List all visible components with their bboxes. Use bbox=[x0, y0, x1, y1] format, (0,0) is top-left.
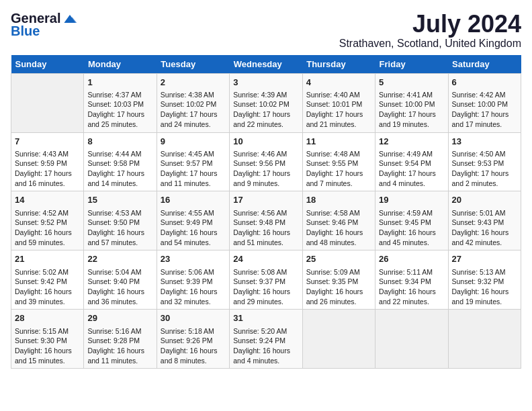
day-content-line: Sunrise: 5:20 AM bbox=[233, 326, 298, 336]
calendar-cell: 13Sunrise: 4:50 AMSunset: 9:53 PMDayligh… bbox=[448, 132, 521, 191]
day-content-line: Daylight: 17 hours bbox=[161, 109, 226, 120]
day-content-line: Sunset: 9:48 PM bbox=[233, 218, 298, 228]
day-content-line: Daylight: 16 hours bbox=[15, 228, 80, 238]
calendar-cell: 10Sunrise: 4:46 AMSunset: 9:56 PMDayligh… bbox=[230, 132, 302, 191]
calendar-cell: 26Sunrise: 5:11 AMSunset: 9:34 PMDayligh… bbox=[375, 250, 448, 310]
day-number: 27 bbox=[452, 253, 517, 265]
calendar-cell: 14Sunrise: 4:52 AMSunset: 9:52 PMDayligh… bbox=[11, 191, 84, 250]
day-content-line: Daylight: 17 hours bbox=[306, 109, 371, 120]
day-content-line: Daylight: 16 hours bbox=[452, 287, 517, 297]
day-content-line: Sunset: 9:37 PM bbox=[233, 277, 298, 287]
day-content-line: Daylight: 16 hours bbox=[161, 287, 226, 297]
title-area: July 2024 Strathaven, Scotland, United K… bbox=[339, 11, 521, 50]
day-content-line: and 17 minutes. bbox=[452, 120, 517, 130]
calendar-cell: 11Sunrise: 4:48 AMSunset: 9:55 PMDayligh… bbox=[302, 132, 375, 191]
day-content-line: Daylight: 16 hours bbox=[452, 228, 517, 238]
day-number: 17 bbox=[233, 194, 298, 206]
day-content-line: Daylight: 17 hours bbox=[15, 169, 80, 179]
calendar-table: SundayMondayTuesdayWednesdayThursdayFrid… bbox=[11, 55, 521, 369]
day-number: 31 bbox=[233, 312, 298, 324]
calendar-cell: 17Sunrise: 4:56 AMSunset: 9:48 PMDayligh… bbox=[230, 191, 302, 250]
calendar-cell bbox=[448, 310, 521, 369]
day-number: 15 bbox=[87, 194, 152, 206]
day-number: 14 bbox=[15, 194, 80, 206]
day-content-line: and 21 minutes. bbox=[306, 120, 371, 130]
day-content-line: Daylight: 17 hours bbox=[233, 169, 298, 179]
day-content-line: Daylight: 17 hours bbox=[233, 109, 298, 120]
day-content-line: Sunset: 9:54 PM bbox=[379, 158, 444, 169]
day-number: 3 bbox=[233, 77, 298, 89]
day-content-line: and 48 minutes. bbox=[306, 238, 371, 248]
day-content-line: and 29 minutes. bbox=[233, 297, 298, 307]
calendar-cell: 22Sunrise: 5:04 AMSunset: 9:40 PMDayligh… bbox=[84, 250, 157, 310]
day-content-line: and 32 minutes. bbox=[161, 297, 226, 307]
day-content-line: Sunset: 9:43 PM bbox=[452, 218, 517, 228]
day-number: 12 bbox=[379, 136, 444, 148]
day-content-line: Sunrise: 4:59 AM bbox=[379, 208, 444, 218]
day-content-line: Daylight: 16 hours bbox=[87, 228, 152, 238]
day-content-line: Sunset: 9:35 PM bbox=[306, 277, 371, 287]
day-content-line: Sunrise: 4:41 AM bbox=[379, 90, 444, 100]
day-content-line: Sunrise: 4:55 AM bbox=[161, 208, 226, 218]
day-content-line: Sunset: 9:30 PM bbox=[15, 336, 80, 346]
day-content-line: Sunset: 9:55 PM bbox=[306, 158, 371, 169]
day-content-line: and 7 minutes. bbox=[306, 179, 371, 189]
calendar-cell: 4Sunrise: 4:40 AMSunset: 10:01 PMDayligh… bbox=[302, 73, 375, 132]
day-content-line: Sunset: 9:42 PM bbox=[15, 277, 80, 287]
day-content-line: Sunset: 9:28 PM bbox=[87, 336, 152, 346]
day-content-line: Sunrise: 5:11 AM bbox=[379, 267, 444, 277]
day-content-line: Sunrise: 4:56 AM bbox=[233, 208, 298, 218]
day-content-line: Sunrise: 5:04 AM bbox=[87, 267, 152, 277]
day-number: 28 bbox=[15, 312, 80, 324]
day-content-line: Daylight: 16 hours bbox=[379, 287, 444, 297]
day-content-line: and 22 minutes. bbox=[379, 297, 444, 307]
day-content-line: Sunset: 10:02 PM bbox=[233, 99, 298, 109]
day-content-line: Sunset: 10:00 PM bbox=[452, 99, 517, 109]
day-content-line: Sunset: 9:45 PM bbox=[379, 218, 444, 228]
day-content-line: Sunrise: 4:48 AM bbox=[306, 149, 371, 159]
day-content-line: Sunrise: 5:06 AM bbox=[161, 267, 226, 277]
header-day-sunday: Sunday bbox=[11, 55, 84, 74]
calendar-cell: 23Sunrise: 5:06 AMSunset: 9:39 PMDayligh… bbox=[157, 250, 229, 310]
calendar-cell: 8Sunrise: 4:44 AMSunset: 9:58 PMDaylight… bbox=[84, 132, 157, 191]
day-content-line: Daylight: 16 hours bbox=[87, 287, 152, 297]
calendar-cell: 7Sunrise: 4:43 AMSunset: 9:59 PMDaylight… bbox=[11, 132, 84, 191]
day-content-line: and 4 minutes. bbox=[379, 179, 444, 189]
calendar-week-row: 28Sunrise: 5:15 AMSunset: 9:30 PMDayligh… bbox=[11, 310, 521, 369]
day-number: 2 bbox=[161, 77, 226, 89]
day-content-line: Sunrise: 4:49 AM bbox=[379, 149, 444, 159]
calendar-cell bbox=[11, 73, 84, 132]
day-number: 11 bbox=[306, 136, 371, 148]
day-content-line: Sunrise: 5:09 AM bbox=[306, 267, 371, 277]
day-content-line: Daylight: 17 hours bbox=[379, 109, 444, 120]
day-content-line: and 2 minutes. bbox=[452, 179, 517, 189]
day-content-line: Sunset: 9:58 PM bbox=[87, 158, 152, 169]
day-content-line: Sunrise: 5:16 AM bbox=[87, 326, 152, 336]
day-content-line: Daylight: 17 hours bbox=[87, 109, 152, 120]
day-content-line: Sunrise: 4:42 AM bbox=[452, 90, 517, 100]
day-content-line: Sunset: 9:26 PM bbox=[161, 336, 226, 346]
day-content-line: Sunset: 9:34 PM bbox=[379, 277, 444, 287]
day-content-line: Sunset: 9:49 PM bbox=[161, 218, 226, 228]
day-number: 10 bbox=[233, 136, 298, 148]
calendar-week-row: 14Sunrise: 4:52 AMSunset: 9:52 PMDayligh… bbox=[11, 191, 521, 250]
day-content-line: Sunrise: 5:02 AM bbox=[15, 267, 80, 277]
logo-blue-text: Blue bbox=[11, 24, 40, 38]
day-content-line: Sunrise: 4:37 AM bbox=[87, 90, 152, 100]
calendar-week-row: 21Sunrise: 5:02 AMSunset: 9:42 PMDayligh… bbox=[11, 250, 521, 310]
day-number: 13 bbox=[452, 136, 517, 148]
day-content-line: Sunrise: 4:50 AM bbox=[452, 149, 517, 159]
header-day-saturday: Saturday bbox=[448, 55, 521, 74]
calendar-cell: 2Sunrise: 4:38 AMSunset: 10:02 PMDayligh… bbox=[157, 73, 229, 132]
calendar-cell: 9Sunrise: 4:45 AMSunset: 9:57 PMDaylight… bbox=[157, 132, 229, 191]
day-content-line: Sunset: 9:24 PM bbox=[233, 336, 298, 346]
day-content-line: Sunset: 10:00 PM bbox=[379, 99, 444, 109]
day-number: 29 bbox=[87, 312, 152, 324]
day-content-line: Daylight: 16 hours bbox=[233, 287, 298, 297]
calendar-cell: 31Sunrise: 5:20 AMSunset: 9:24 PMDayligh… bbox=[230, 310, 302, 369]
day-number: 1 bbox=[87, 77, 152, 89]
day-content-line: Sunrise: 5:18 AM bbox=[161, 326, 226, 336]
day-content-line: Sunrise: 4:45 AM bbox=[161, 149, 226, 159]
day-content-line: and 8 minutes. bbox=[161, 356, 226, 366]
day-content-line: Daylight: 16 hours bbox=[161, 228, 226, 238]
